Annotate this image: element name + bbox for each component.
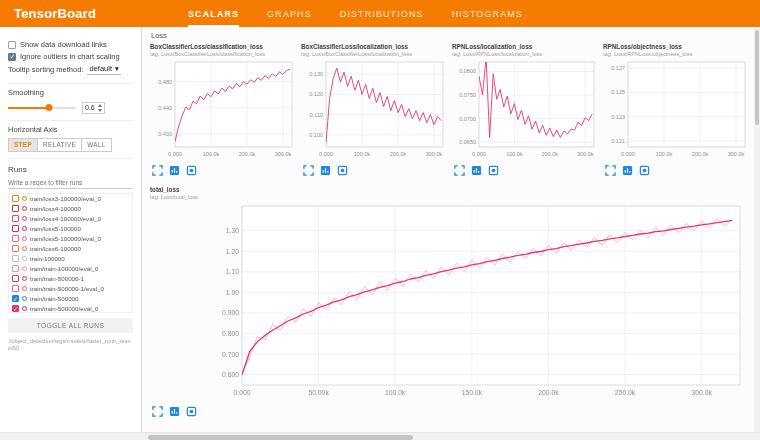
axis-relative-button[interactable]: RELATIVE [37,138,82,152]
run-checkbox[interactable] [12,225,19,232]
run-checkbox[interactable] [12,215,19,222]
chart-actions [150,165,296,177]
chart-card-rpn-objectness-loss: RPNLoss/objectness_loss tag: Loss/RPNLos… [603,43,749,177]
fullscreen-button[interactable] [150,406,164,418]
show-download-links-checkbox[interactable] [8,41,16,49]
run-checkbox[interactable] [12,245,19,252]
fit-domain-icon [169,405,180,420]
fit-domain-button[interactable] [167,165,181,177]
tab-graphs[interactable]: GRAPHS [267,0,312,27]
run-checkbox[interactable] [12,235,19,242]
svg-text:0.000: 0.000 [319,151,333,157]
fullscreen-icon [454,164,465,179]
axis-step-button[interactable]: STEP [8,138,38,152]
axis-wall-button[interactable]: WALL [81,138,112,152]
tag-group-header[interactable]: Loss [151,31,750,40]
run-checkbox[interactable] [12,305,19,312]
horizontal-scrollbar[interactable] [0,432,760,440]
fit-domain-button[interactable] [469,165,483,177]
chart-title: RPNLoss/localization_loss [452,43,598,50]
chart-plot-rpn-localization-loss[interactable]: 0.06500.07000.07500.08000.000100.0k200.0… [452,59,598,159]
run-checkbox[interactable] [12,285,19,292]
run-row[interactable]: train/train-500000/eval_0 [9,304,132,313]
run-row[interactable]: train/train-500000 [9,294,132,304]
svg-text:100.0k: 100.0k [385,389,406,396]
run-row[interactable]: train/loss6-100000 [9,244,132,254]
run-row[interactable]: train/train-100000/eval_0 [9,264,132,274]
run-row[interactable]: train/loss4-100000 [9,204,132,214]
run-row[interactable]: train/train-500000-1/eval_0 [9,284,132,294]
svg-text:0.121: 0.121 [611,138,625,144]
smoothing-slider[interactable] [8,107,76,109]
ignore-outliers-checkbox[interactable] [8,53,16,61]
svg-text:200.0k: 200.0k [239,151,256,157]
svg-text:100.0k: 100.0k [354,151,371,157]
run-color-swatch-icon [22,206,27,211]
pin-icon [186,405,197,420]
svg-text:0.0800: 0.0800 [459,68,476,74]
svg-text:100.0k: 100.0k [203,151,220,157]
run-checkbox[interactable] [12,255,19,262]
app-logo[interactable]: TensorBoard [0,0,142,27]
fullscreen-button[interactable] [150,165,164,177]
run-list[interactable]: train/loss3-100000/eval_0train/loss4-100… [8,193,133,313]
tab-graphs-label: GRAPHS [267,9,312,19]
pin-button[interactable] [335,165,349,177]
run-row[interactable]: train/loss5-100000/eval_0 [9,234,132,244]
fit-domain-button[interactable] [167,406,181,418]
run-row[interactable]: train/loss3-100000/eval_0 [9,194,132,204]
svg-text:0.700: 0.700 [222,351,239,358]
run-checkbox[interactable] [12,265,19,272]
ignore-outliers-row[interactable]: Ignore outliers in chart scaling [8,52,133,61]
fullscreen-button[interactable] [603,165,617,177]
smoothing-value-box[interactable]: 0.6 [82,102,105,114]
tooltip-sorting-select[interactable]: default ▾ [87,64,120,75]
fullscreen-icon [605,164,616,179]
show-download-links-row[interactable]: Show data download links [8,40,133,49]
svg-text:300.0k: 300.0k [577,151,594,157]
tab-distributions[interactable]: DISTRIBUTIONS [340,0,424,27]
fullscreen-button[interactable] [301,165,315,177]
vertical-scrollbar-thumb[interactable] [755,30,759,125]
smoothing-slider-thumb[interactable] [45,104,52,111]
fit-domain-button[interactable] [318,165,332,177]
run-row[interactable]: train-100000 [9,254,132,264]
chart-plot-classification-loss[interactable]: 0.4000.4400.4800.000100.0k200.0k300.0k [150,59,296,159]
pin-button[interactable] [184,165,198,177]
vertical-scrollbar[interactable] [754,27,760,432]
run-checkbox[interactable] [12,295,19,302]
fit-domain-icon [169,164,180,179]
run-checkbox[interactable] [12,205,19,212]
run-row[interactable]: train/train-500000-1 [9,274,132,284]
pin-button[interactable] [184,406,198,418]
toggle-all-runs-button[interactable]: TOGGLE ALL RUNS [8,318,133,333]
fit-domain-button[interactable] [620,165,634,177]
pin-button[interactable] [637,165,651,177]
tab-histograms-label: HISTOGRAMS [452,9,523,19]
tab-scalars[interactable]: SCALARS [188,0,239,27]
run-row[interactable]: train/loss4-100000/eval_0 [9,214,132,224]
svg-text:0.0650: 0.0650 [459,139,476,145]
tooltip-sorting-value: default [89,64,112,73]
svg-text:1.30: 1.30 [226,227,239,234]
run-filter-input[interactable] [8,177,133,189]
run-checkbox[interactable] [12,275,19,282]
chart-plot-total-loss[interactable]: 0.6000.7000.8000.9001.001.101.201.300.00… [150,202,748,400]
run-label: train/train-500000/eval_0 [30,305,98,312]
run-checkbox[interactable] [12,195,19,202]
fullscreen-button[interactable] [452,165,466,177]
fullscreen-icon [303,164,314,179]
pin-button[interactable] [486,165,500,177]
stepper-arrows-icon[interactable] [98,104,102,112]
fit-domain-icon [320,164,331,179]
horizontal-scrollbar-thumb[interactable] [148,435,413,440]
run-row[interactable]: train/loss5-100000 [9,224,132,234]
run-label: train/train-500000-1/eval_0 [30,285,104,292]
chart-actions [301,165,447,177]
tab-histograms[interactable]: HISTOGRAMS [452,0,523,27]
chart-plot-rpn-objectness-loss[interactable]: 0.1210.1230.1250.1270.000100.0k200.0k300… [603,59,749,159]
svg-text:0.000: 0.000 [472,151,486,157]
chart-plot-box-localization-loss[interactable]: 0.1000.1100.1200.1300.000100.0k200.0k300… [301,59,447,159]
svg-text:0.125: 0.125 [611,89,625,95]
svg-text:0.0750: 0.0750 [459,92,476,98]
